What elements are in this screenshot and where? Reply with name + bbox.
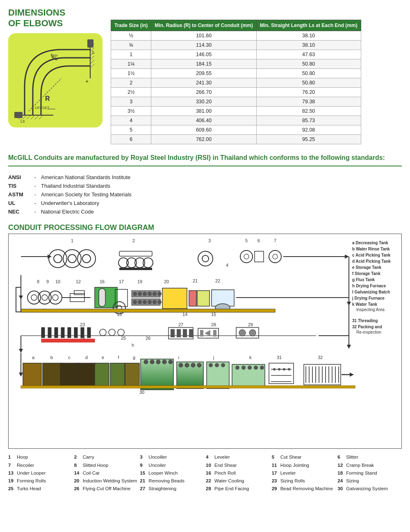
col-min-radius: Min. Radius (R) to Center of Conduit (mm… (151, 20, 256, 31)
svg-point-204 (278, 368, 280, 371)
list-item: 25Turks Head (8, 485, 73, 492)
svg-point-104 (148, 292, 152, 296)
svg-text:27: 27 (178, 322, 183, 327)
list-item: 20Induction Welding System (74, 477, 139, 484)
part-label: Galvanizing System (346, 485, 388, 492)
part-num: 6 (337, 454, 345, 461)
part-num: 19 (8, 477, 16, 484)
svg-line-18 (35, 115, 39, 119)
part-label: Flying Cut Off Machine (83, 485, 131, 492)
svg-rect-135 (61, 327, 64, 338)
elbow-svg: R 90° L Ls OFFSET + (12, 37, 98, 123)
svg-point-106 (157, 292, 162, 296)
part-num: 16 (206, 470, 213, 477)
svg-text:21: 21 (193, 278, 198, 283)
table-row: ¾114.3038.10 (111, 41, 361, 50)
svg-text:31  Threading: 31 Threading (352, 318, 378, 323)
std-dash: - (33, 182, 41, 190)
svg-point-186 (191, 363, 195, 367)
part-num: 25 (8, 485, 16, 492)
list-item: 6Slitter (337, 454, 402, 461)
svg-rect-171 (60, 363, 79, 386)
list-item: 24Sizing (337, 477, 402, 484)
svg-text:k: k (249, 355, 252, 360)
col-trade-size: Trade Size (in) (111, 20, 151, 31)
svg-point-203 (273, 368, 276, 371)
list-item: 26Flying Cut Off Machine (74, 485, 139, 492)
part-label: Sizing Rolls (280, 477, 305, 484)
std-full: Thailand Industrial Standards (41, 182, 135, 190)
col-min-length: Min. Straight Length Ls at Each End (mm) (256, 20, 361, 31)
part-label: Leveler (280, 470, 296, 477)
standards-list: ANSI - American National Standards Insti… (0, 171, 410, 220)
svg-text:Ls: Ls (20, 119, 25, 123)
svg-text:h  Drying Furnace: h Drying Furnace (352, 284, 386, 288)
table-row: 5609.6092.08 (111, 125, 361, 135)
svg-rect-97 (99, 289, 105, 307)
title-line2: OF ELBOWS (8, 18, 63, 28)
part-label: Forming Stand (346, 470, 377, 477)
flow-diagram-svg: 1 2 3 5 6 7 4 (9, 234, 402, 447)
svg-point-112 (157, 300, 162, 304)
svg-rect-120 (21, 309, 275, 312)
list-item: 13Under Looper (8, 470, 73, 477)
part-label: Cramp Break (346, 462, 374, 469)
part-num: 18 (337, 470, 345, 477)
svg-text:c: c (68, 355, 71, 360)
part-label: End Shear (214, 462, 237, 469)
svg-text:Inspecting Area: Inspecting Area (356, 307, 385, 312)
svg-point-156 (249, 330, 256, 336)
svg-text:k  Water Tank: k Water Tank (352, 302, 378, 307)
part-num: 17 (272, 470, 279, 477)
part-num: 11 (272, 462, 279, 469)
std-dash: - (33, 207, 41, 216)
table-row: 3½381.0082.50 (111, 107, 361, 116)
svg-rect-137 (74, 327, 77, 338)
svg-text:7: 7 (274, 238, 276, 243)
part-label: Removing Beads (148, 477, 184, 484)
svg-text:+: + (85, 78, 89, 84)
part-num: 1 (8, 454, 16, 461)
part-num: 24 (337, 477, 345, 484)
list-item: 14Coil Car (74, 470, 139, 477)
svg-text:g  Flux Tank: g Flux Tank (352, 277, 375, 282)
svg-point-109 (143, 300, 147, 304)
svg-rect-44 (119, 268, 152, 270)
part-label: Straightening (148, 485, 176, 492)
list-item: 10End Shear (206, 462, 270, 469)
svg-text:2: 2 (132, 238, 135, 243)
svg-point-182 (169, 360, 173, 364)
part-num: 30 (337, 485, 345, 492)
svg-point-102 (138, 292, 142, 296)
svg-text:32  Packing and: 32 Packing and (352, 325, 382, 329)
svg-point-107 (133, 300, 137, 304)
part-label: Turks Head (17, 485, 41, 492)
svg-text:j   Drying Furnace: j Drying Furnace (352, 296, 385, 300)
part-label: Cut Shear (280, 454, 302, 461)
table-row: 1½209.5550.80 (111, 69, 361, 78)
svg-point-178 (144, 360, 148, 364)
svg-rect-175 (125, 363, 139, 386)
svg-rect-114 (189, 291, 196, 306)
part-label: Coil Car (83, 470, 100, 477)
svg-point-197 (260, 366, 264, 370)
list-item: 21Removing Beads (140, 477, 204, 484)
std-full: National Electric Code (41, 207, 135, 216)
svg-text:b: b (50, 355, 53, 360)
std-abbr: TIS (8, 182, 33, 190)
part-num: 27 (140, 485, 147, 492)
svg-line-17 (31, 115, 35, 119)
list-item: 3Uncoiller (140, 454, 204, 461)
part-num: 4 (206, 454, 213, 461)
svg-text:22: 22 (215, 278, 220, 283)
part-num: 5 (272, 454, 279, 461)
svg-line-24 (90, 60, 94, 64)
svg-rect-148 (183, 329, 187, 337)
svg-text:i: i (178, 355, 179, 360)
table-wrapper: Trade Size (in) Min. Radius (R) to Cente… (111, 7, 402, 144)
svg-rect-147 (177, 329, 181, 337)
svg-line-23 (90, 56, 94, 60)
svg-rect-132 (41, 327, 45, 338)
standard-row: ANSI - American National Standards Insti… (8, 173, 135, 182)
svg-text:19: 19 (137, 279, 142, 284)
